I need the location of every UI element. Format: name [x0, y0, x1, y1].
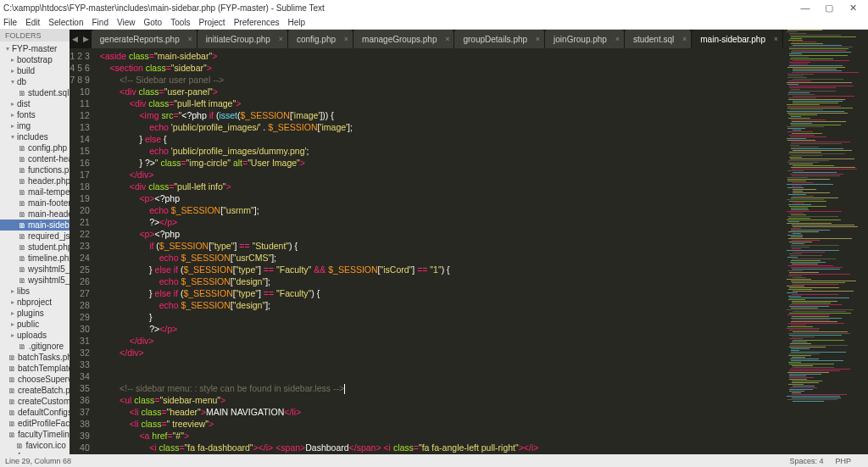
tree-item[interactable]: 🗎main-footer.php: [0, 197, 70, 208]
tab-close-icon[interactable]: ×: [615, 35, 620, 43]
tree-item[interactable]: 🗎wysihtml5_js.php: [0, 275, 70, 286]
tree-item[interactable]: ▸public: [0, 319, 70, 330]
tree-item[interactable]: ▸img: [0, 120, 70, 131]
tree-item-label: wysihtml5_js.php: [28, 275, 70, 285]
tab[interactable]: groupDetails.php×: [454, 30, 544, 48]
menu-view[interactable]: View: [117, 18, 136, 27]
menu-goto[interactable]: Goto: [143, 18, 162, 27]
file-icon: 🗎: [8, 364, 16, 373]
tree-item-label: chooseSupervisor.php: [18, 375, 70, 384]
menu-edit[interactable]: Edit: [25, 18, 40, 27]
tree-item[interactable]: 🗎wysihtml5_css.php: [0, 264, 70, 275]
tree-item-label: FYP-master: [12, 44, 57, 53]
file-icon: 🗎: [19, 232, 26, 241]
tree-item[interactable]: ▸build: [0, 65, 70, 76]
tree-item[interactable]: 🗎header.php: [0, 175, 70, 186]
tree-item[interactable]: ▸nbproject: [0, 297, 70, 308]
tab-label: main-sidebar.php: [700, 35, 765, 44]
tree-item-label: libs: [17, 286, 30, 296]
file-icon: 🗎: [15, 442, 24, 450]
tree-item[interactable]: 🗎createCustomConfigs.php: [0, 396, 70, 407]
menu-help[interactable]: Help: [288, 18, 306, 27]
chevron-icon: ▸: [8, 309, 17, 317]
menu-selection[interactable]: Selection: [48, 18, 83, 27]
file-icon: 🗎: [8, 431, 16, 439]
sidebar-header: Folders: [0, 30, 70, 42]
tab-close-icon[interactable]: ×: [682, 35, 687, 43]
tree-item[interactable]: 🗎student.php: [0, 242, 70, 253]
tree-item[interactable]: ▸uploads: [0, 330, 70, 341]
tree-item[interactable]: 🗎functions.php: [0, 164, 70, 175]
tree-item[interactable]: 🗎editProfileFaculty.php: [0, 418, 70, 429]
status-indentation[interactable]: Spaces: 4: [789, 457, 823, 465]
tree-item-label: bootstrap: [17, 55, 53, 64]
tree-item[interactable]: 🗎.gitignore: [0, 341, 70, 352]
tree-item[interactable]: ▸libs: [0, 286, 70, 297]
menu-tools[interactable]: Tools: [170, 18, 190, 27]
tree-item-label: db: [17, 77, 26, 86]
window-minimize-icon[interactable]: —: [793, 3, 817, 13]
tree-item[interactable]: 🗎chooseSupervisor.php: [0, 374, 70, 385]
tree-item[interactable]: 🗎createBatch.php: [0, 385, 70, 396]
tab-nav-back-icon[interactable]: ◀: [70, 30, 81, 48]
tab-close-icon[interactable]: ×: [536, 35, 540, 43]
tab-close-icon[interactable]: ×: [445, 35, 449, 43]
tree-item[interactable]: 🗎batchTemplates.php: [0, 363, 70, 374]
tab[interactable]: generateReports.php×: [92, 30, 197, 48]
chevron-icon: ▾: [8, 133, 17, 141]
menu-preferences[interactable]: Preferences: [234, 18, 280, 27]
tab[interactable]: joinGroup.php×: [545, 30, 624, 48]
tree-item-label: createCustomConfigs.php: [18, 397, 70, 406]
window-close-icon[interactable]: ✕: [841, 3, 865, 14]
chevron-icon: ▸: [8, 67, 17, 75]
tree-item-label: main-footer.php: [28, 198, 70, 208]
tab[interactable]: initiateGroup.php×: [198, 30, 287, 48]
chevron-icon: ▸: [8, 331, 17, 339]
tree-item[interactable]: 🗎fyp_management_system.sql: [0, 451, 70, 454]
minimap[interactable]: [783, 30, 868, 454]
line-gutter: 1 2 3 4 5 6 7 8 9 10 11 12 13 14 15 16 1…: [70, 48, 97, 454]
tree-item[interactable]: 🗎defaultConfigsModal.php: [0, 407, 70, 418]
tab-close-icon[interactable]: ×: [279, 35, 283, 43]
tree-item[interactable]: 🗎content-header.php: [0, 153, 70, 164]
tab-close-icon[interactable]: ×: [187, 35, 192, 43]
tree-item[interactable]: 🗎required_js.php: [0, 231, 70, 242]
tree-item[interactable]: ▸dist: [0, 98, 70, 109]
tab[interactable]: student.sql×: [625, 30, 691, 48]
tree-item[interactable]: ▸plugins: [0, 308, 70, 319]
chevron-icon: ▸: [8, 122, 17, 130]
tree-item[interactable]: ▾db: [0, 76, 70, 87]
menu-file[interactable]: File: [3, 18, 17, 27]
tree-item[interactable]: 🗎mail-tempelates.php: [0, 186, 70, 197]
tree-item[interactable]: 🗎config.php: [0, 142, 70, 153]
tree-item[interactable]: ▾FYP-master: [0, 43, 70, 54]
file-icon: 🗎: [8, 375, 16, 384]
menu-find[interactable]: Find: [92, 18, 108, 27]
chevron-icon: ▸: [8, 320, 17, 328]
status-syntax[interactable]: PHP: [835, 457, 851, 465]
tree-item[interactable]: ▸bootstrap: [0, 54, 70, 65]
tab-nav-forward-icon[interactable]: ▶: [81, 30, 92, 48]
tab[interactable]: manageGroups.php×: [353, 30, 453, 48]
tree-item-label: nbproject: [17, 297, 52, 307]
tree-item[interactable]: 🗎batchTasks.php: [0, 352, 70, 363]
menu-project[interactable]: Project: [199, 18, 225, 27]
tree-item[interactable]: 🗎main-sidebar.php: [0, 220, 70, 231]
window-maximize-icon[interactable]: ▢: [817, 3, 841, 14]
tree-item[interactable]: 🗎timeline.php: [0, 253, 70, 264]
tab[interactable]: main-sidebar.php×: [692, 30, 782, 48]
code-editor[interactable]: 1 2 3 4 5 6 7 8 9 10 11 12 13 14 15 16 1…: [70, 48, 783, 454]
tree-item[interactable]: 🗎student.sql: [0, 87, 70, 98]
tree-item[interactable]: 🗎main-header.php: [0, 208, 70, 220]
tree-item-label: student.php: [28, 242, 70, 252]
tree-item-label: uploads: [17, 331, 47, 340]
tree-item[interactable]: ▾includes: [0, 131, 70, 142]
tree-item[interactable]: 🗎favicon.ico: [0, 440, 70, 451]
status-cursor-position[interactable]: Line 29, Column 68: [5, 457, 71, 465]
tree-item[interactable]: 🗎facultyTimeline.php: [0, 429, 70, 440]
code-content[interactable]: <aside class="main-sidebar"> <section cl…: [97, 48, 783, 454]
tree-item[interactable]: ▸fonts: [0, 109, 70, 120]
tab-close-icon[interactable]: ×: [344, 35, 348, 43]
tab[interactable]: config.php×: [288, 30, 353, 48]
tab-close-icon[interactable]: ×: [774, 35, 778, 43]
